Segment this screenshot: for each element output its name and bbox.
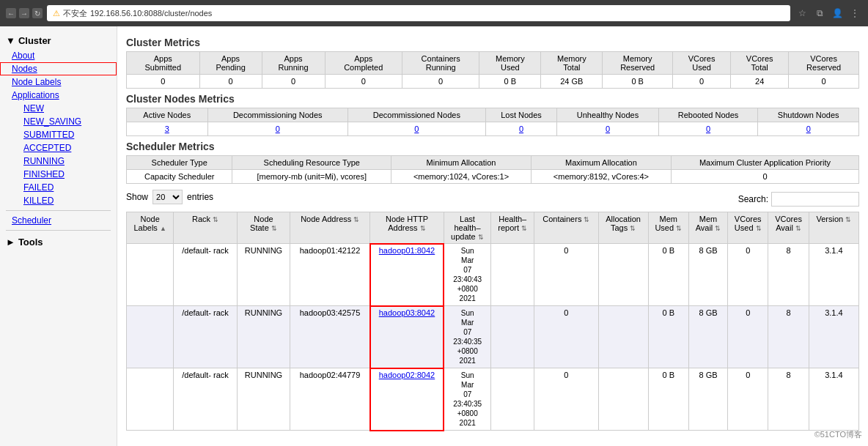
val-scheduler-type: Capacity Scheduler — [127, 170, 232, 184]
tools-label: Tools — [18, 237, 43, 248]
th-mem-avail[interactable]: MemAvail ⇅ — [689, 212, 728, 244]
sidebar-item-submitted[interactable]: SUBMITTED — [6, 128, 117, 141]
val-containers-running: 0 — [402, 75, 479, 89]
search-bar: Search: — [738, 192, 859, 207]
show-label: Show — [126, 192, 148, 202]
cell-allocation-tags — [598, 368, 648, 431]
th-node-address[interactable]: Node Address ⇅ — [290, 212, 370, 244]
th-containers[interactable]: Containers ⇅ — [534, 212, 598, 244]
sidebar-item-failed[interactable]: FAILED — [6, 181, 117, 194]
refresh-button[interactable]: ↻ — [32, 8, 43, 18]
cell-mem-avail: 8 GB — [689, 368, 728, 431]
cluster-metrics-title: Cluster Metrics — [126, 37, 859, 48]
val-max-allocation: <memory:8192, vCores:4> — [531, 170, 671, 184]
sidebar-item-accepted[interactable]: ACCEPTED — [6, 141, 117, 155]
th-node-http-address[interactable]: Node HTTPAddress ⇅ — [370, 212, 444, 244]
sidebar-item-finished[interactable]: FINISHED — [6, 168, 117, 181]
th-allocation-tags[interactable]: AllocationTags ⇅ — [598, 212, 648, 244]
th-mem-used[interactable]: MemUsed ⇅ — [648, 212, 688, 244]
table-row: /default- rack RUNNING hadoop03:42575 ha… — [127, 306, 859, 368]
sidebar-divider — [6, 210, 111, 211]
scheduler-metrics-title: Scheduler Metrics — [126, 141, 859, 152]
col-min-allocation: Minimum Allocation — [391, 156, 532, 170]
cluster-label: Cluster — [18, 35, 51, 46]
sidebar-item-running[interactable]: RUNNING — [6, 155, 117, 168]
val-rebooted-nodes: 0 — [658, 122, 758, 136]
col-decommissioned-nodes: Decommissioned Nodes — [347, 108, 485, 122]
col-max-allocation: Maximum Allocation — [531, 156, 671, 170]
th-node-labels[interactable]: NodeLabels ▲ — [127, 212, 174, 244]
profile-button[interactable]: 👤 — [830, 6, 845, 21]
cell-http-address[interactable]: hadoop01:8042 — [370, 244, 444, 306]
sidebar-item-node-labels[interactable]: Node Labels — [0, 75, 117, 89]
forward-button[interactable]: → — [19, 8, 29, 18]
th-health-report[interactable]: Health–report ⇅ — [491, 212, 534, 244]
cell-vcores-used: 0 — [728, 306, 768, 368]
cell-address: hadoop02:44779 — [290, 368, 370, 431]
entries-select[interactable]: 20 10 50 100 — [152, 190, 183, 204]
col-vcores-reserved: VCoresReserved — [789, 52, 859, 75]
cell-node-labels — [127, 368, 174, 431]
th-version[interactable]: Version ⇅ — [809, 212, 858, 244]
th-rack[interactable]: Rack ⇅ — [174, 212, 238, 244]
bookmark-button[interactable]: ☆ — [795, 6, 809, 21]
val-lost-nodes: 0 — [485, 122, 557, 136]
val-unhealthy-nodes: 0 — [557, 122, 658, 136]
th-node-state[interactable]: NodeState ⇅ — [237, 212, 290, 244]
col-memory-reserved: MemoryReserved — [603, 52, 673, 75]
col-active-nodes: Active Nodes — [127, 108, 208, 122]
cell-address: hadoop03:42575 — [290, 306, 370, 368]
tools-title[interactable]: ► Tools — [0, 234, 117, 250]
cell-vcores-avail: 8 — [768, 306, 809, 368]
sidebar-divider-2 — [6, 230, 111, 231]
col-apps-completed: AppsCompleted — [325, 52, 402, 75]
menu-button[interactable]: ⋮ — [847, 6, 862, 21]
security-warning-icon: ⚠ — [53, 9, 60, 18]
sidebar-item-scheduler[interactable]: Scheduler — [0, 214, 117, 227]
th-vcores-used[interactable]: VCoresUsed ⇅ — [728, 212, 768, 244]
th-vcores-avail[interactable]: VCoresAvail ⇅ — [768, 212, 809, 244]
cell-state: RUNNING — [237, 368, 290, 431]
browser-chrome: ← → ↻ ⚠ 不安全 192.168.56.10:8088/cluster/n… — [0, 0, 868, 26]
cell-http-address[interactable]: hadoop03:8042 — [370, 306, 444, 368]
sidebar-item-new-saving[interactable]: NEW_SAVING — [6, 115, 117, 128]
sidebar-item-new[interactable]: NEW — [6, 102, 117, 115]
cluster-nodes-metrics-title: Cluster Nodes Metrics — [126, 93, 859, 105]
sidebar: ▼ Cluster About Nodes Node Labels Applic… — [0, 26, 117, 446]
cell-state: RUNNING — [237, 306, 290, 368]
cell-vcores-used: 0 — [728, 244, 768, 306]
sidebar-item-nodes[interactable]: Nodes — [0, 62, 117, 75]
col-scheduling-resource-type: Scheduling Resource Type — [232, 156, 391, 170]
th-last-health-update[interactable]: Lasthealth–update ⇅ — [444, 212, 491, 244]
sidebar-item-about[interactable]: About — [0, 49, 117, 62]
extensions-button[interactable]: ⧉ — [812, 6, 827, 21]
browser-actions: ☆ ⧉ 👤 ⋮ — [795, 6, 862, 21]
main-content: Cluster Metrics AppsSubmitted AppsPendin… — [117, 26, 868, 446]
show-entries: Show 20 10 50 100 entries — [126, 190, 213, 204]
cell-health-report — [491, 306, 534, 368]
cluster-metrics-table: AppsSubmitted AppsPending AppsRunning Ap… — [126, 51, 859, 89]
sidebar-item-applications[interactable]: Applications — [0, 89, 117, 102]
val-shutdown-nodes: 0 — [758, 122, 859, 136]
cluster-title[interactable]: ▼ Cluster — [0, 32, 117, 49]
cell-containers: 0 — [534, 306, 598, 368]
cell-version: 3.1.4 — [809, 306, 858, 368]
sidebar-item-killed[interactable]: KILLED — [6, 194, 117, 207]
val-scheduling-resource-type: [memory-mb (unit=Mi), vcores] — [232, 170, 391, 184]
url-bar[interactable]: ⚠ 不安全 192.168.56.10:8088/cluster/nodes — [47, 5, 790, 21]
url-text: 192.168.56.10:8088/cluster/nodes — [90, 9, 212, 18]
cell-http-address[interactable]: hadoop02:8042 — [370, 368, 444, 431]
entries-label: entries — [187, 192, 213, 202]
val-memory-total: 24 GB — [541, 75, 603, 89]
col-scheduler-type: Scheduler Type — [127, 156, 232, 170]
val-decommissioning-nodes: 0 — [207, 122, 347, 136]
cell-last-health: Sun Mar 07 23:40:43 +0800 2021 — [444, 244, 491, 306]
col-vcores-total: VCoresTotal — [731, 52, 789, 75]
col-unhealthy-nodes: Unhealthy Nodes — [557, 108, 658, 122]
val-memory-used: 0 B — [479, 75, 541, 89]
search-input[interactable] — [771, 192, 859, 207]
back-button[interactable]: ← — [6, 8, 16, 18]
cell-last-health: Sun Mar 07 23:40:35 +0800 2021 — [444, 306, 491, 368]
cell-health-report — [491, 244, 534, 306]
security-warning-label: 不安全 — [63, 8, 87, 19]
